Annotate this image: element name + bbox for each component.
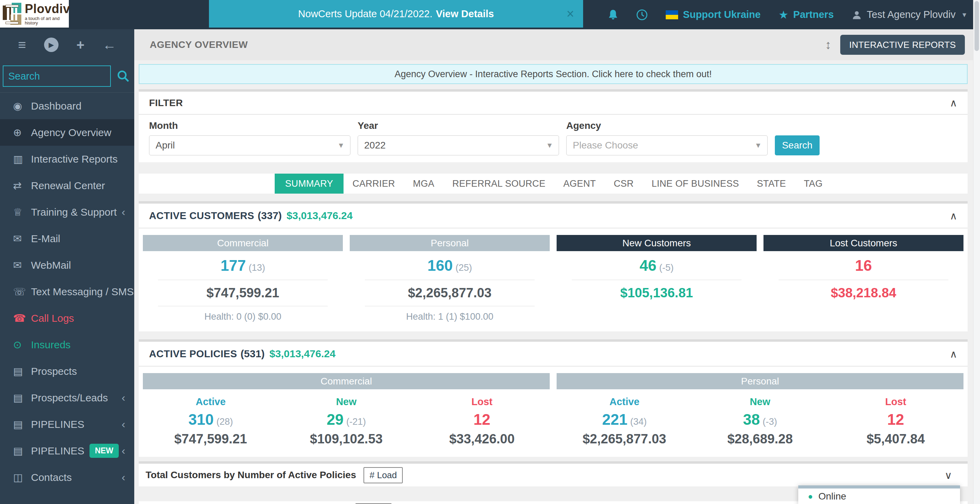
tab-summary[interactable]: SUMMARY (275, 174, 344, 194)
sidebar-item-text-messaging[interactable]: ☏ Text Messaging / SMS (0, 278, 134, 305)
play-icon[interactable]: ▶ (44, 38, 59, 52)
menu-hamburger-icon[interactable]: ≡ (18, 38, 26, 52)
expand-chevron-icon[interactable]: ∨ (945, 469, 952, 481)
sms-chat-icon: ☏ (13, 285, 31, 298)
select-caret-icon: ▼ (337, 141, 345, 150)
personal-new-column: New 38(-3) $28,689.28 (692, 389, 828, 447)
scrollbar-thumb[interactable] (975, 1, 979, 51)
commercial-active-column: Active 310(28) $747,599.21 (143, 389, 278, 447)
renewal-arrows-icon: ⇄ (13, 179, 31, 191)
chevron-left-icon: ‹ (121, 391, 125, 404)
chevron-left-icon: ‹ (121, 444, 125, 457)
year-select[interactable]: 2022 ▼ (358, 136, 559, 155)
active-policies-title: ACTIVE POLICIES (149, 348, 237, 360)
commercial-lost-column: Lost 12 $33,426.00 (414, 389, 550, 447)
chat-status-widget[interactable]: ● Online (798, 485, 960, 504)
folder-icon: ▤ (13, 392, 31, 404)
sidebar-item-email[interactable]: ✉ E-Mail (0, 225, 134, 252)
new-badge: NEW (89, 444, 119, 458)
tab-referral-source[interactable]: REFERRAL SOURCE (443, 174, 555, 194)
sidebar-item-agency-overview[interactable]: ⊕ Agency Overview (0, 119, 134, 146)
sidebar-item-interactive-reports[interactable]: ▥ Interactive Reports (0, 146, 134, 172)
sidebar-item-insureds[interactable]: ⊙ Insureds (0, 332, 134, 358)
history-clock-icon[interactable] (636, 9, 648, 21)
agency-select[interactable]: Please Choose ▼ (566, 136, 768, 155)
year-label: Year (358, 120, 559, 131)
sidebar-item-pipelines[interactable]: ▤ PIPELINES ‹ (0, 411, 134, 437)
sidebar-item-training-support[interactable]: ♕ Training & Support ‹ (0, 199, 134, 225)
page-header: AGENCY OVERVIEW ↕ INTERACTIVE REPORTS (134, 29, 973, 60)
user-menu[interactable]: Test Agency Plovdiv ▾ (852, 9, 966, 20)
inbox-icon: ✉ (13, 233, 31, 245)
tab-agent[interactable]: AGENT (554, 174, 605, 194)
sidebar-item-pipelines-new[interactable]: ▤ PIPELINES NEW ‹ (0, 437, 134, 464)
vertical-scrollbar[interactable] (973, 0, 980, 504)
online-status-dot: ● (808, 491, 813, 501)
chevron-left-icon: ‹ (121, 418, 125, 431)
personal-policies-group: Personal Active 221(34) $2,265,877.03 Ne… (557, 373, 964, 447)
gauge-icon: ◉ (13, 100, 31, 112)
report-tabs: SUMMARY CARRIER MGA REFERRAL SOURCE AGEN… (139, 174, 967, 194)
banner-close-icon[interactable]: × (566, 6, 574, 21)
view-details-link[interactable]: View Details (436, 8, 494, 20)
sidebar-item-prospects[interactable]: ▤ Prospects (0, 358, 134, 384)
partners-link[interactable]: ★ Partners (779, 8, 834, 21)
sidebar-search-input[interactable] (3, 65, 111, 87)
sidebar-item-prospects-leads[interactable]: ▤ Prospects/Leads ‹ (0, 384, 134, 411)
trophy-icon: ♕ (13, 206, 31, 218)
commercial-new-column: New 29(-21) $109,102.53 (278, 389, 414, 447)
personal-customers-card: Personal 160(25) $2,265,877.03 Health: 1… (350, 235, 550, 322)
eye-icon: ⊙ (13, 339, 31, 351)
tab-tag[interactable]: TAG (795, 174, 831, 194)
collapse-chevron-icon[interactable]: ∧ (950, 97, 957, 109)
plovdiv-logo[interactable]: Plovdiv a touch of art and history (0, 0, 69, 27)
search-icon[interactable] (116, 69, 130, 83)
back-arrow-icon[interactable]: ← (103, 38, 116, 52)
month-label: Month (149, 120, 350, 131)
filter-panel: FILTER ∧ Month April ▼ Year 2022 ▼ Agenc… (139, 92, 967, 162)
folder-icon: ▤ (13, 365, 31, 377)
interactive-reports-notice[interactable]: Agency Overview - Interactive Reports Se… (139, 64, 967, 84)
total-customers-bar: Total Customers by Number of Active Poli… (139, 464, 967, 486)
sidebar-item-call-logs[interactable]: ☎ Call Logs (0, 305, 134, 332)
expand-collapse-all-icon[interactable]: ↕ (825, 38, 831, 52)
support-ukraine-link[interactable]: Support Ukraine (666, 9, 761, 20)
sidebar-toolbar: ≡ ▶ + ← (0, 29, 134, 60)
select-caret-icon: ▼ (754, 141, 762, 150)
commercial-policies-group: Commercial Active 310(28) $747,599.21 Ne… (143, 373, 550, 447)
logo-title: Plovdiv (25, 3, 70, 15)
active-customers-count: (337) (258, 210, 282, 222)
tab-carrier[interactable]: CARRIER (344, 174, 404, 194)
page-title: AGENCY OVERVIEW (150, 39, 248, 50)
notifications-bell-icon[interactable] (608, 9, 618, 21)
chevron-left-icon: ‹ (121, 471, 125, 484)
tab-line-of-business[interactable]: LINE OF BUSINESS (643, 174, 748, 194)
collapse-chevron-icon[interactable]: ∧ (950, 348, 957, 360)
chat-widget-header (798, 485, 960, 488)
commercial-customers-card: Commercial 177(13) $747,599.21 Health: 0… (143, 235, 343, 322)
tab-state[interactable]: STATE (748, 174, 795, 194)
bar-chart-icon: ▥ (13, 153, 31, 165)
interactive-reports-button[interactable]: INTERACTIVE REPORTS (840, 35, 965, 55)
online-status-label: Online (819, 491, 846, 502)
collapse-chevron-icon[interactable]: ∧ (950, 210, 957, 222)
month-select[interactable]: April ▼ (149, 136, 350, 155)
load-button[interactable]: # Load (363, 467, 403, 483)
active-policies-amount: $3,013,476.24 (269, 348, 336, 360)
banner-text: NowCerts Update 04/21/2022. (298, 8, 432, 20)
sidebar-item-webmail[interactable]: ✉ WebMail (0, 252, 134, 278)
sidebar-item-contacts[interactable]: ◫ Contacts ‹ (0, 464, 134, 491)
filter-search-button[interactable]: Search (775, 136, 819, 155)
active-customers-amount: $3,013,476.24 (287, 210, 353, 222)
tab-csr[interactable]: CSR (605, 174, 643, 194)
tab-mga[interactable]: MGA (404, 174, 443, 194)
filter-title: FILTER (149, 97, 183, 108)
plus-icon[interactable]: + (76, 38, 84, 52)
plovdiv-column-icon (3, 3, 21, 25)
sidebar-item-dashboard[interactable]: ◉ Dashboard (0, 93, 134, 119)
ukraine-flag-icon (666, 10, 678, 19)
top-bar: Plovdiv a touch of art and history NowCe… (0, 0, 980, 29)
sidebar-item-renewal-center[interactable]: ⇄ Renewal Center (0, 172, 134, 199)
logo-subtitle: a touch of art and history (25, 16, 70, 25)
contacts-book-icon: ◫ (13, 471, 31, 483)
